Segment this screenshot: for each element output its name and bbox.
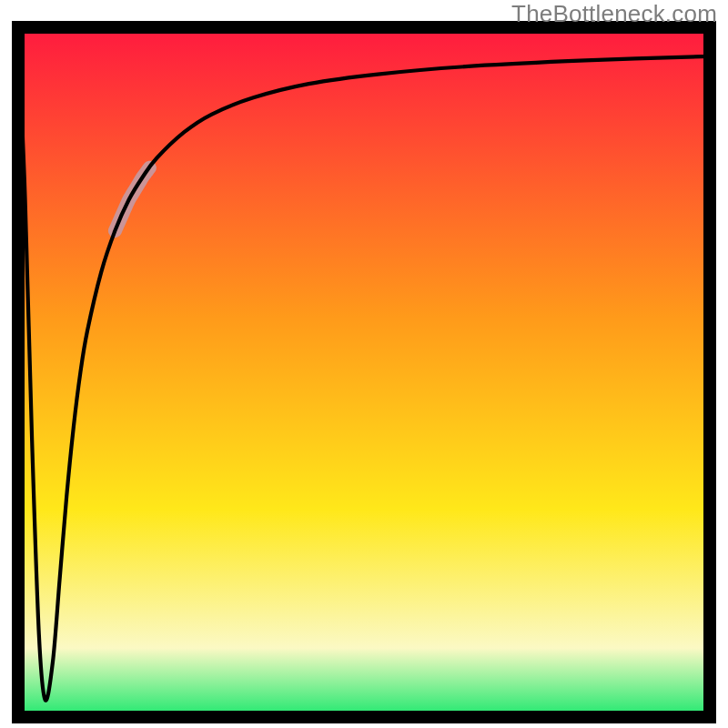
chart-stage: { "watermark": "TheBottleneck.com", "col… (0, 0, 728, 728)
bottleneck-chart (0, 0, 728, 728)
gradient-background (18, 27, 710, 717)
watermark-text: TheBottleneck.com (511, 0, 717, 28)
